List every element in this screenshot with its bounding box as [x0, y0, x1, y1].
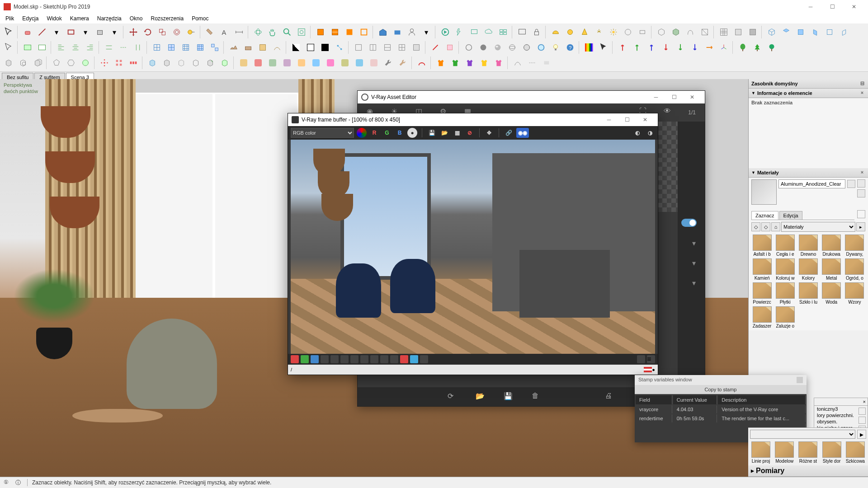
- material-folder[interactable]: Koloruj w: [774, 258, 796, 281]
- vfb-btool-12[interactable]: [400, 355, 408, 363]
- edit-tool-red[interactable]: [429, 41, 442, 54]
- layout-1[interactable]: [352, 41, 365, 54]
- vray-sphere-light[interactable]: [563, 25, 577, 39]
- tray-header[interactable]: Zasobnik domyślny ⊟: [749, 79, 868, 89]
- vfb-rgb-icon[interactable]: [357, 128, 367, 138]
- solid-intersect[interactable]: [16, 56, 30, 70]
- shirt-yellow-icon[interactable]: [477, 56, 491, 70]
- axis-orange[interactable]: [703, 41, 716, 54]
- array-radial[interactable]: [98, 56, 111, 70]
- stamp-col-desc[interactable]: Description: [718, 395, 806, 404]
- vray-interactive-button[interactable]: [453, 25, 467, 39]
- menu-help[interactable]: Pomoc: [188, 14, 212, 23]
- material-folder[interactable]: Cegła i e: [774, 235, 796, 257]
- solid-box-tool[interactable]: [2, 56, 15, 70]
- grid-tool-2[interactable]: [165, 41, 178, 54]
- section-display-tool[interactable]: [328, 25, 342, 39]
- materials-tab-select[interactable]: Zaznacz: [751, 211, 778, 220]
- eraser-tool[interactable]: [21, 25, 34, 39]
- vae-titlebar[interactable]: V-Ray Asset Editor ─ ☐ ✕: [358, 91, 705, 103]
- material-folder[interactable]: Szkło i lu: [797, 282, 819, 305]
- style-folder[interactable]: Szkicowa: [844, 441, 866, 464]
- dist-3[interactable]: [131, 41, 145, 54]
- status-help-icon[interactable]: ①: [4, 479, 11, 486]
- bw-tool-3[interactable]: [318, 41, 332, 54]
- misc-5[interactable]: [295, 56, 308, 70]
- stamp-row[interactable]: rendertime 0h 5m 59.0s The render time f…: [636, 414, 806, 422]
- menu-file[interactable]: Plik: [2, 14, 18, 23]
- rectangle-tool[interactable]: [64, 25, 78, 39]
- vray-framebuffer-button[interactable]: [515, 25, 529, 39]
- vfb-btool-3[interactable]: [311, 355, 319, 363]
- style-folder[interactable]: Modelow: [774, 441, 795, 464]
- vray-mesh-light[interactable]: [621, 25, 635, 39]
- menu-extensions[interactable]: Rozszerzenia: [147, 14, 187, 23]
- misc-10[interactable]: [367, 56, 381, 70]
- dist-1[interactable]: [102, 41, 116, 54]
- material-folder[interactable]: Woda: [821, 282, 842, 305]
- style-folder[interactable]: Linie proj: [750, 441, 772, 464]
- vfb-maximize-button[interactable]: ☐: [618, 113, 636, 126]
- toggle-2[interactable]: [35, 41, 49, 54]
- wrench-1[interactable]: [382, 56, 395, 70]
- rainbow-tool[interactable]: [582, 41, 596, 54]
- vfb-btool-10[interactable]: [380, 355, 388, 363]
- tape-tool[interactable]: [184, 25, 198, 39]
- vfb-btool-5[interactable]: [330, 355, 339, 363]
- style-folder[interactable]: Różne st: [797, 441, 819, 464]
- user-dropdown[interactable]: ▾: [420, 25, 433, 39]
- select-tool-2[interactable]: [2, 41, 15, 54]
- pushpull-tool[interactable]: [93, 25, 107, 39]
- vfb-save-icon[interactable]: 💾: [427, 128, 437, 138]
- zoom-tool[interactable]: [280, 25, 294, 39]
- vray-proxy-button[interactable]: [655, 25, 668, 39]
- material-default-icon[interactable]: [857, 189, 865, 197]
- axis-multi[interactable]: [717, 41, 731, 54]
- material-create-icon[interactable]: [847, 180, 855, 188]
- misc-7[interactable]: [324, 56, 337, 70]
- vray-uv-tool-3[interactable]: [746, 25, 760, 39]
- layout-3[interactable]: [381, 41, 394, 54]
- picker-tool[interactable]: [597, 41, 610, 54]
- axis-green-up[interactable]: [630, 41, 644, 54]
- vfb-btool-13[interactable]: [410, 355, 418, 363]
- rotate-tool[interactable]: [141, 25, 155, 39]
- material-folder[interactable]: Drukowa: [821, 235, 842, 257]
- line-dropdown[interactable]: ▾: [50, 25, 63, 39]
- bw-tool-1[interactable]: [289, 41, 303, 54]
- material-folder[interactable]: Asfalt i b: [751, 235, 773, 257]
- move-tool[interactable]: [127, 25, 140, 39]
- materials-menu-icon[interactable]: ▸: [856, 222, 865, 231]
- sandbox-3[interactable]: [256, 41, 269, 54]
- sphere-edge-tool[interactable]: [520, 41, 533, 54]
- vfb-blue-channel[interactable]: B: [395, 128, 405, 138]
- vae-chevron-3-icon[interactable]: ▾: [692, 279, 699, 286]
- shirt-green-icon[interactable]: [448, 56, 462, 70]
- cube-add[interactable]: [218, 56, 231, 70]
- stamp-row[interactable]: vraycore 4.04.03 Version of the V-Ray co…: [636, 405, 806, 413]
- vfb-btool-4[interactable]: [321, 355, 329, 363]
- cube-2[interactable]: [160, 56, 174, 70]
- align-left[interactable]: [54, 41, 68, 54]
- style-update-icon[interactable]: [859, 417, 866, 424]
- material-folder[interactable]: Kolory: [797, 258, 819, 281]
- pomiary-header[interactable]: ▶ Pomiary: [748, 465, 868, 477]
- section-fill-tool[interactable]: [343, 25, 356, 39]
- sphere-highlight-tool[interactable]: [534, 41, 548, 54]
- window-close-button[interactable]: ✕: [844, 0, 864, 14]
- vray-uv-tool-2[interactable]: [731, 25, 745, 39]
- vae-delete-icon[interactable]: 🗑: [532, 392, 542, 402]
- vray-export-proxy[interactable]: [669, 25, 683, 39]
- misc-8[interactable]: [338, 56, 352, 70]
- material-sample-icon[interactable]: [857, 179, 865, 188]
- vray-viewport-render[interactable]: [467, 25, 481, 39]
- vfb-status-flag-icon[interactable]: [644, 367, 652, 372]
- section-tool[interactable]: [314, 25, 327, 39]
- vfb-btool-1[interactable]: [291, 355, 299, 363]
- material-swatch[interactable]: [751, 179, 777, 205]
- material-folder[interactable]: Dywany,: [844, 235, 865, 257]
- vray-render-button[interactable]: [439, 25, 452, 39]
- vae-refresh-icon[interactable]: ⟳: [448, 392, 458, 402]
- materials-tab-edit[interactable]: Edycja: [779, 211, 802, 220]
- vfb-clear-icon[interactable]: ▦: [452, 128, 462, 138]
